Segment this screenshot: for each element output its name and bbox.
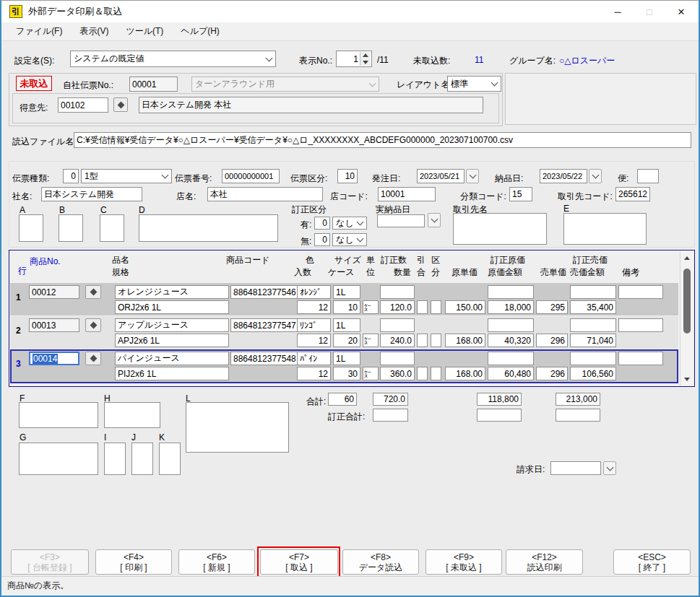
f12-read-print-button[interactable]: <F12>読込印刷 <box>506 549 583 575</box>
grid-row-3-selected[interactable]: 3 00014 パインジュース PIJ2x6 1L 8864812377548 … <box>10 349 678 383</box>
amend-without-combo[interactable]: なし <box>332 233 367 246</box>
customer-lookup-button[interactable] <box>113 97 128 112</box>
size-field[interactable]: 1L <box>333 285 360 299</box>
sell-unit-field[interactable]: 296 <box>536 367 568 380</box>
billing-date-dropdown[interactable] <box>603 461 616 475</box>
billing-date-field[interactable] <box>550 461 601 475</box>
qty-field[interactable]: 240.0 <box>380 334 415 347</box>
field-l-box[interactable] <box>186 402 289 453</box>
maximize-icon[interactable]: □ <box>634 1 665 22</box>
company-field[interactable]: 日本システム開発 <box>41 187 142 201</box>
amend-qty-field[interactable] <box>380 318 415 332</box>
spin-up-icon[interactable] <box>360 52 371 59</box>
f4-print-button[interactable]: <F4>[ 印刷 ] <box>95 549 172 575</box>
sell-unit-field[interactable]: 296 <box>536 334 568 347</box>
product-no-field[interactable]: 00013 <box>29 318 79 332</box>
order-date-field[interactable]: 2023/05/21 <box>417 169 464 183</box>
cost-amount-field[interactable]: 40,320 <box>488 334 534 347</box>
field-i-box[interactable] <box>104 443 126 475</box>
f9-pending-button[interactable]: <F9>[ 未取込 ] <box>425 549 502 575</box>
amend-cost-field[interactable] <box>488 318 534 332</box>
amend-without-code-field[interactable]: 0 <box>314 233 330 246</box>
grid-scrollbar[interactable] <box>680 251 693 385</box>
bin-field[interactable] <box>637 169 659 183</box>
product-no-field[interactable]: 00014 <box>29 352 79 365</box>
remark-field[interactable] <box>618 285 663 299</box>
delivery-date-dropdown[interactable] <box>589 169 602 183</box>
amend-with-code-field[interactable]: 0 <box>314 217 330 230</box>
product-spec-field[interactable]: ORJ2x6 1L <box>115 300 229 314</box>
field-e-box[interactable] <box>563 213 647 245</box>
remark-field[interactable] <box>618 352 663 365</box>
unit-field[interactable]: ㌜ <box>363 300 379 314</box>
grid-row-2[interactable]: 2 00013 アップルジュース APJ2x6 1L 8864812377547… <box>10 316 678 349</box>
slip-division-field[interactable]: 10 <box>337 169 358 183</box>
field-k-box[interactable] <box>159 443 181 475</box>
qty-in-field[interactable]: 12 <box>297 300 331 314</box>
field-f-box[interactable] <box>19 402 98 428</box>
hikiai-field[interactable] <box>417 334 428 347</box>
case-field[interactable]: 20 <box>333 334 360 347</box>
amend-sell-field[interactable] <box>570 352 616 365</box>
case-field[interactable]: 30 <box>333 367 360 380</box>
supplier-code-field[interactable]: 265612 <box>615 187 650 201</box>
actual-delivery-date-field[interactable] <box>377 214 425 227</box>
display-no-spinner[interactable]: 1 <box>336 51 372 67</box>
spin-down-icon[interactable] <box>360 59 371 66</box>
amend-qty-field[interactable] <box>380 352 415 365</box>
size-field[interactable]: 1L <box>333 352 360 365</box>
order-date-dropdown[interactable] <box>466 169 479 183</box>
amend-qty-field[interactable] <box>380 285 415 299</box>
f6-new-button[interactable]: <F6>[ 新規 ] <box>178 549 255 575</box>
f8-data-read-button[interactable]: <F8>データ読込 <box>342 549 419 575</box>
amend-cost-field[interactable] <box>488 352 534 365</box>
grid-row-1[interactable]: 1 00012 オレンジジュース ORJ2x6 1L 8864812377546… <box>10 283 678 315</box>
layout-combo[interactable]: 標準 <box>447 76 501 92</box>
product-lookup-button[interactable] <box>85 352 101 365</box>
amend-sell-field[interactable] <box>570 285 616 299</box>
color-field[interactable]: ﾊﾟｲﾝ <box>297 352 331 365</box>
color-field[interactable]: ｵﾚﾝｼﾞ <box>297 285 331 299</box>
unit-field[interactable]: ㌜ <box>363 367 379 380</box>
cost-unit-field[interactable]: 150.00 <box>445 300 485 314</box>
product-spec-field[interactable]: PIJ2x6 1L <box>115 367 229 380</box>
amend-sell-field[interactable] <box>570 318 616 332</box>
sell-amount-field[interactable]: 71,040 <box>570 334 616 347</box>
col-product-no[interactable]: 商品No. <box>30 256 61 268</box>
field-j-box[interactable] <box>131 443 153 475</box>
sell-amount-field[interactable]: 35,400 <box>570 300 616 314</box>
case-field[interactable]: 10 <box>333 300 360 314</box>
spinner-buttons[interactable] <box>360 52 371 66</box>
product-spec-field[interactable]: APJ2x6 1L <box>115 334 229 347</box>
qty-field[interactable]: 360.0 <box>380 367 415 380</box>
field-b-box[interactable] <box>59 214 83 242</box>
own-slip-no-field[interactable]: 00001 <box>129 77 178 92</box>
unit-field[interactable]: ㌜ <box>363 334 379 347</box>
close-icon[interactable]: ✕ <box>665 1 697 22</box>
slip-type-code-field[interactable]: 0 <box>63 169 79 183</box>
actual-delivery-date-dropdown[interactable] <box>428 213 441 227</box>
product-no-field[interactable]: 00012 <box>29 285 79 299</box>
field-h-box[interactable] <box>104 402 160 428</box>
hikiai-field[interactable] <box>417 367 428 380</box>
kubun-field[interactable] <box>431 300 441 314</box>
scroll-up-icon[interactable] <box>680 251 693 264</box>
size-field[interactable]: 1L <box>333 318 360 332</box>
esc-exit-button[interactable]: <ESC>[ 終了 ] <box>613 549 691 575</box>
color-field[interactable]: ﾘﾝｺﾞ <box>297 318 331 332</box>
qty-in-field[interactable]: 12 <box>297 367 331 380</box>
store-field[interactable]: 本社 <box>207 187 323 201</box>
supplier-name-box[interactable] <box>453 213 547 245</box>
product-code-field[interactable]: 8864812377546 <box>230 285 298 299</box>
delivery-date-field[interactable]: 2023/05/22 <box>540 169 587 183</box>
slip-type-combo[interactable]: 1型 <box>81 169 172 183</box>
product-name-field[interactable]: アップルジュース <box>115 318 229 332</box>
menu-help[interactable]: ヘルプ(H) <box>172 22 228 40</box>
menu-tools[interactable]: ツール(T) <box>117 22 172 40</box>
minimize-icon[interactable]: ─ <box>602 1 634 22</box>
class-code-field[interactable]: 15 <box>509 187 532 201</box>
kubun-field[interactable] <box>431 334 441 347</box>
cost-unit-field[interactable]: 168.00 <box>445 334 485 347</box>
product-name-field[interactable]: パインジュース <box>115 352 229 365</box>
cost-unit-field[interactable]: 168.00 <box>445 367 485 380</box>
